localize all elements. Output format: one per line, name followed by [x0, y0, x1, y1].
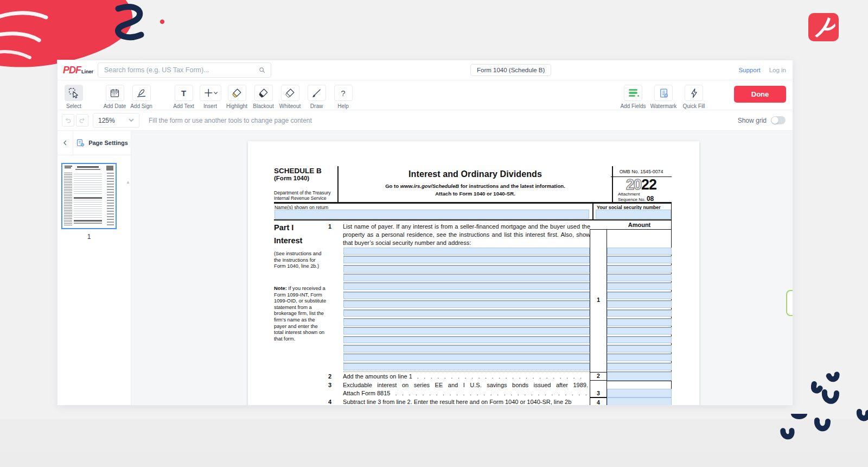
payer-input-row[interactable] — [343, 327, 590, 336]
login-link[interactable]: Log in — [769, 67, 786, 73]
payer-input-row[interactable] — [343, 256, 590, 265]
payer-input-row[interactable] — [343, 337, 590, 345]
line-4-amount-field[interactable] — [607, 397, 672, 405]
tool-select[interactable]: Select — [62, 85, 86, 109]
amount-input-row[interactable] — [607, 354, 672, 363]
tool-add-fields[interactable]: Add Fields — [618, 85, 648, 109]
amount-input-row[interactable] — [607, 256, 672, 265]
tool-help[interactable]: ? Help — [330, 85, 356, 109]
payer-input-fill[interactable] — [343, 266, 590, 273]
payer-input-fill[interactable] — [343, 345, 590, 352]
amount-input-row[interactable] — [607, 310, 672, 319]
logo-liner-text: Liner — [81, 69, 93, 74]
tool-add-sign[interactable]: Add Sign — [128, 85, 155, 109]
part-1-label: Part I — [274, 223, 293, 232]
pdfliner-logo[interactable]: PDF Liner — [63, 65, 93, 76]
amount-input-row[interactable] — [607, 337, 672, 345]
amount-input-fill[interactable] — [607, 266, 672, 273]
payer-input-row[interactable] — [343, 310, 590, 319]
payer-input-row[interactable] — [343, 363, 590, 372]
page-number-label: 1 — [61, 233, 117, 241]
page-settings-label: Page Settings — [88, 140, 128, 146]
page-settings-button[interactable]: Page Settings — [73, 131, 131, 155]
scroll-up-arrow[interactable]: ▲ — [126, 180, 130, 185]
amount-input-row[interactable] — [607, 248, 672, 256]
form-title: Interest and Ordinary Dividends — [339, 169, 612, 179]
paintbrush-icon — [311, 87, 322, 99]
edge-tab-handle[interactable] — [786, 290, 793, 316]
margin-note-1099: Note: If you received a Form 1099-INT, F… — [274, 286, 327, 342]
payer-input-row[interactable] — [343, 345, 590, 354]
amount-input-fill[interactable] — [607, 319, 672, 326]
amount-input-fill[interactable] — [607, 301, 672, 308]
payer-input-row[interactable] — [343, 283, 590, 292]
ssn-input-field[interactable] — [596, 210, 671, 219]
amount-input-fill[interactable] — [607, 337, 672, 344]
amount-input-row[interactable] — [607, 327, 672, 336]
collapse-sidebar-button[interactable] — [58, 131, 73, 155]
payer-input-row[interactable] — [343, 354, 590, 363]
search-icon[interactable] — [258, 66, 266, 74]
amount-input-fill[interactable] — [607, 256, 672, 263]
tool-add-text[interactable]: T Add Text — [170, 85, 197, 109]
amount-input-row[interactable] — [607, 301, 672, 310]
tool-watermark[interactable]: Watermark — [648, 85, 679, 109]
payer-input-fill[interactable] — [343, 292, 590, 299]
amount-input-row[interactable] — [607, 292, 672, 301]
amount-input-fill[interactable] — [607, 274, 672, 281]
amount-input-fill[interactable] — [607, 345, 672, 352]
tool-insert[interactable]: Insert — [197, 85, 224, 109]
amount-input-fill[interactable] — [607, 283, 672, 290]
undo-button[interactable] — [62, 114, 74, 127]
amount-input-row[interactable] — [607, 283, 672, 292]
tool-draw[interactable]: Draw — [303, 85, 330, 109]
payer-input-fill[interactable] — [343, 319, 590, 326]
payer-input-fill[interactable] — [343, 337, 590, 344]
done-button[interactable]: Done — [734, 86, 786, 103]
search-input[interactable] — [103, 66, 258, 74]
payer-input-fill[interactable] — [343, 310, 590, 317]
amount-input-fill[interactable] — [607, 310, 672, 317]
payer-input-fill[interactable] — [343, 256, 590, 263]
amount-input-row[interactable] — [607, 274, 672, 283]
search-form-box[interactable] — [98, 62, 271, 78]
payer-input-fill[interactable] — [343, 248, 590, 255]
page-thumbnail[interactable] — [61, 163, 117, 229]
payer-input-fill[interactable] — [343, 363, 590, 370]
payer-input-row[interactable] — [343, 274, 590, 283]
payer-input-row[interactable] — [343, 292, 590, 301]
payer-input-fill[interactable] — [343, 274, 590, 281]
amount-input-row[interactable] — [607, 266, 672, 274]
support-link[interactable]: Support — [738, 67, 760, 73]
payer-input-fill[interactable] — [343, 327, 590, 335]
payer-input-fill[interactable] — [343, 283, 590, 290]
payer-input-row[interactable] — [343, 266, 590, 274]
amount-input-fill[interactable] — [607, 327, 672, 335]
tool-quick-fill[interactable]: Quick Fill — [679, 85, 709, 109]
line-2-amount-field[interactable] — [607, 372, 672, 381]
show-grid-toggle[interactable] — [771, 116, 786, 124]
tool-add-date[interactable]: Add Date — [101, 85, 128, 109]
amount-input-row[interactable] — [607, 363, 672, 372]
payer-input-row[interactable] — [343, 319, 590, 327]
name-input-field[interactable] — [275, 210, 589, 219]
tool-whiteout[interactable]: Whiteout — [277, 85, 303, 109]
amount-input-fill[interactable] — [607, 363, 672, 370]
redo-button[interactable] — [76, 114, 88, 127]
form-header-left: SCHEDULE B (Form 1040) Department of the… — [274, 167, 336, 203]
payer-input-row[interactable] — [343, 301, 590, 310]
payer-input-fill[interactable] — [343, 301, 590, 308]
zoom-level-select[interactable]: 125% — [93, 113, 139, 128]
payer-input-fill[interactable] — [343, 354, 590, 361]
amount-input-fill[interactable] — [607, 292, 672, 299]
form-1040-subtitle: (Form 1040) — [274, 175, 336, 181]
tool-highlight[interactable]: Highlight — [224, 85, 250, 109]
amount-input-fill[interactable] — [607, 354, 672, 361]
amount-input-row[interactable] — [607, 319, 672, 327]
watermark-document-icon — [658, 87, 669, 99]
amount-input-row[interactable] — [607, 345, 672, 354]
tool-blackout[interactable]: Blackout — [250, 85, 277, 109]
payer-input-row[interactable] — [343, 248, 590, 256]
amount-input-fill[interactable] — [607, 248, 672, 255]
line-3-amount-field[interactable] — [607, 389, 672, 397]
